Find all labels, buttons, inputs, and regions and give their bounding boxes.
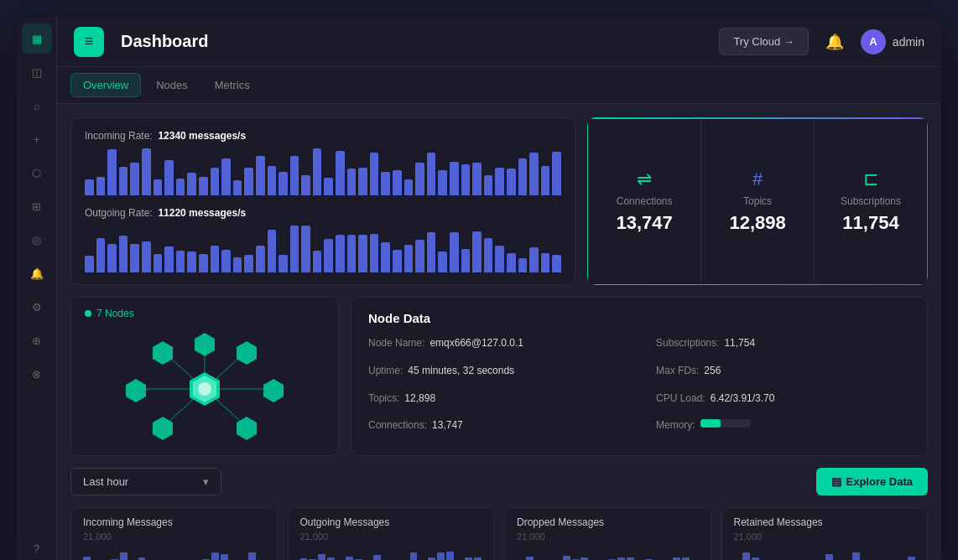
sidebar-icon-shield[interactable]: ⬡ [22,158,52,188]
incoming-rate-label: Incoming Rate: 12340 messages/s [85,130,561,142]
tab-overview[interactable]: Overview [70,73,141,97]
mini-bar-item [318,554,325,560]
bar-item [233,257,242,272]
node-count-label: 7 Nodes [96,308,134,319]
sidebar-icon-search[interactable]: ⌕ [22,91,52,121]
try-cloud-label: Try Cloud → [733,35,794,48]
tab-nodes[interactable]: Nodes [144,74,200,96]
page-title: Dashboard [121,32,709,51]
topics-label: Topics [743,195,772,207]
bar-item [176,251,185,272]
bar-item [256,156,265,195]
mini-bar-item [211,552,219,560]
memory-item: Memory: [656,419,910,442]
mini-bar-item [346,557,353,560]
bar-item [336,151,345,195]
cpu-load-val: 6.42/3.91/3.70 [711,392,775,415]
bar-item [164,246,174,272]
bar-item [415,163,424,195]
mini-bar-item [526,557,534,560]
bar-item [244,255,253,272]
sidebar-icon-add[interactable]: + [22,124,52,154]
mini-bar-item [120,552,128,560]
bar-item [244,168,253,195]
explore-data-button[interactable]: ▤ Explore Data [816,468,928,495]
node-network-svg [121,326,289,452]
mini-chart-sub: 21,000 [300,531,482,542]
mini-chart-title: Incoming Messages [83,516,265,528]
bar-item [552,152,561,195]
bar-item [450,232,459,272]
bar-item [85,256,94,272]
outgoing-rate-label: Outgoing Rate: 11220 messages/s [85,207,561,219]
svg-marker-8 [237,341,257,365]
node-name-key: Node Name: [368,337,424,360]
node-visual-card: 7 Nodes [70,297,339,456]
sidebar-icon-grid[interactable]: ⊞ [22,191,52,221]
sidebar-icon-layers[interactable]: ⊗ [22,359,52,389]
content-area: Incoming Rate: 12340 messages/s Outgoing… [57,104,941,560]
sidebar-icon-dashboard[interactable]: ▦ [22,23,52,54]
bar-item [107,244,117,272]
uptime-val: 45 minutes, 32 seconds [408,365,514,387]
bar-item [199,254,208,272]
bar-item [347,235,357,272]
bar-item [358,235,367,272]
node-data-card: Node Data Node Name: emqx666@127.0.0.1 S… [351,297,928,456]
bottom-charts: Incoming Messages21,000Outgoing Messages… [70,507,928,560]
sidebar-icon-dial[interactable]: ◎ [22,225,52,255]
bar-item [438,251,447,272]
node-data-title: Node Data [368,311,910,325]
bar-item [119,236,128,272]
bar-item [507,253,516,272]
bar-item [324,239,333,272]
bottom-controls: Last hour ▾ ▤ Explore Data [70,468,928,495]
mini-bar-item [410,552,418,560]
mini-bar-item [248,552,256,560]
node-name-val: emqx666@127.0.0.1 [430,337,523,360]
sidebar-icon-monitor[interactable]: ◫ [22,57,52,87]
notification-icon[interactable]: 🔔 [819,29,851,54]
topics-val: 12,898 [404,392,435,415]
mini-bar-item [852,552,860,560]
time-select[interactable]: Last hour ▾ [70,468,221,495]
max-fds-val: 256 [704,365,721,387]
bar-item [154,254,163,272]
bar-item [85,179,94,195]
max-fds-key: Max FDs: [656,365,699,387]
try-cloud-button[interactable]: Try Cloud → [719,28,808,55]
bar-item [119,167,128,195]
admin-label: admin [893,35,924,49]
stats-card: ⇌ Connections 13,747 # Topics 12,898 ⊏ S… [587,117,928,285]
mini-chart-bars [83,548,265,560]
bar-item [176,179,185,195]
sidebar-icon-help[interactable]: ? [22,533,52,560]
node-svg-area [85,326,325,452]
sidebar-icon-bell[interactable]: 🔔 [22,258,52,288]
subscriptions-val: 11,754 [724,337,755,360]
bar-item [484,175,493,195]
bar-item [347,169,357,195]
bar-item [107,149,117,195]
outgoing-rate-value: 11220 messages/s [158,207,246,219]
bar-item [461,164,471,195]
uptime-key: Uptime: [368,365,403,387]
node-data-grid: Node Name: emqx666@127.0.0.1 Subscriptio… [368,337,910,442]
subscriptions-label: Subscriptions [841,195,901,207]
bar-item [130,244,139,272]
mini-chart-card: Incoming Messages21,000 [70,507,278,560]
mini-bar-item [221,554,228,560]
node-badge: 7 Nodes [85,308,325,319]
bar-item [221,250,231,272]
tab-metrics[interactable]: Metrics [203,74,262,96]
bar-item [438,170,447,195]
bar-item [381,172,390,195]
sidebar-icon-magnify[interactable]: ⊕ [22,325,52,355]
bar-item [358,168,367,195]
sidebar-icon-cog[interactable]: ⚙ [22,292,52,322]
subscriptions-key: Subscriptions: [656,337,719,360]
mini-bar-item [563,556,570,560]
admin-menu[interactable]: A admin [861,29,924,54]
uptime-item: Uptime: 45 minutes, 32 seconds [368,365,622,387]
bar-item [495,246,504,272]
